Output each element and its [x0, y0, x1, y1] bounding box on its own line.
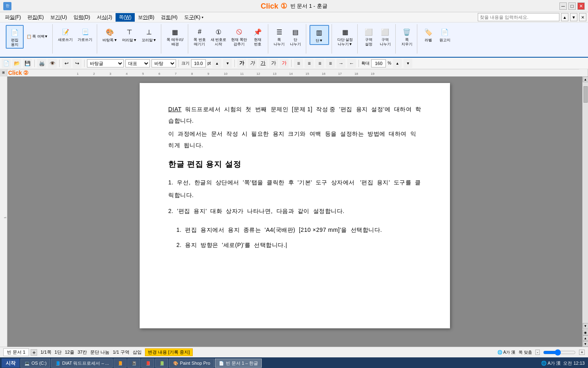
taskbar-item-hangeul[interactable]: 📄 빈 문서 1 – 한글: [215, 359, 262, 368]
col-break-button[interactable]: ▤ 단나누기: [288, 25, 303, 48]
ribbon-group-divide: ☰ 쪽나누기 ▤ 단나누기: [269, 24, 306, 54]
edit-paper-icon: 📄: [9, 27, 20, 38]
taskbar-item-paintshop[interactable]: 🎨 Paint Shop Pro: [169, 359, 214, 368]
taskbar-item-office1[interactable]: 📙: [114, 359, 127, 368]
taskbar-item-office3[interactable]: 📕: [141, 359, 154, 368]
menu-tools[interactable]: 도구(K): [181, 13, 207, 22]
font-style-select[interactable]: 대표: [125, 59, 150, 67]
search-close-button[interactable]: ✕: [579, 13, 586, 21]
multidan-button[interactable]: ▦ 다단 설정나누기▼: [335, 25, 355, 48]
new-pagenum-button[interactable]: ① 새 번호로시작: [209, 25, 229, 48]
redo-button[interactable]: ↪: [73, 59, 82, 68]
search-down-button[interactable]: ▼: [570, 13, 577, 21]
footer-icon: ⊥: [143, 26, 155, 38]
pagenum-button[interactable]: # 쪽 번호매기기: [192, 25, 208, 48]
italic-button[interactable]: 가: [248, 59, 257, 68]
underline-button[interactable]: 가: [258, 59, 267, 68]
status-tab-doc1[interactable]: 빈 문서 1: [3, 348, 29, 356]
ribbon-group-multidan: ▦ 다단 설정나누기▼: [333, 24, 358, 54]
undo-button[interactable]: ↩: [62, 59, 71, 68]
status-right: 🌐 A가 漢 쪽 맞춤 - +: [497, 350, 585, 355]
scroll-extra-1[interactable]: ◉: [583, 330, 588, 335]
background-button[interactable]: 🎨 바탕쪽▼: [100, 25, 119, 44]
menu-format[interactable]: 서식(J): [94, 13, 116, 22]
menu-page[interactable]: 쪽(W): [116, 13, 135, 22]
add-tab-button[interactable]: +: [31, 349, 37, 356]
scroll-thumb[interactable]: [584, 86, 588, 103]
menu-review[interactable]: 검토(H): [158, 13, 181, 22]
current-pagenum-button[interactable]: 📌 현재번호: [250, 25, 265, 48]
align-left-button[interactable]: ≡: [294, 59, 303, 68]
font-size-down-button[interactable]: ▼: [223, 59, 232, 68]
footer-button[interactable]: ⊥ 꼬리말▼: [140, 25, 158, 44]
newwrite-button[interactable]: 📝 새로쓰기: [56, 25, 75, 43]
document-area[interactable]: DIAT 워드프로세서 시험의 첫 번째 문제인 [문제 1] 작성 중 '편집…: [7, 76, 582, 347]
zoom-input[interactable]: [371, 59, 386, 67]
ribbon-content: 📄 편집용지 📋 쪽 여백▼ 📝 새로쓰기: [0, 22, 588, 57]
scrollbar-right[interactable]: ▲ ▼ ◉ ▲ ▼: [582, 76, 588, 347]
zoom-slider[interactable]: [543, 350, 576, 355]
zone-set-button[interactable]: ⬜ 구역설정: [361, 25, 376, 48]
color-button[interactable]: 가: [280, 59, 289, 68]
maximize-button[interactable]: □: [568, 2, 576, 10]
align-center-button[interactable]: ≡: [305, 59, 314, 68]
close-button[interactable]: ✕: [577, 2, 585, 10]
taskbar-item-office2[interactable]: 📓: [127, 359, 140, 368]
outline-button[interactable]: 가: [269, 59, 278, 68]
save-button[interactable]: 💾: [23, 59, 32, 68]
zoom-out-status[interactable]: -: [535, 350, 540, 355]
ribbon: 📄 편집용지 📋 쪽 여백▼ 📝 새로쓰기: [0, 22, 588, 58]
start-button[interactable]: 시작: [2, 359, 20, 368]
paragraph-2: 이 과정에서는 문서 작성 시 필요한 용지 크기와 여백 등을 설정하는 방법…: [168, 128, 421, 151]
zoom-in-status[interactable]: +: [579, 350, 585, 355]
scroll-extra-2[interactable]: ▲: [583, 335, 588, 341]
label-button[interactable]: 🏷️ 라벨: [421, 25, 436, 44]
dan-button[interactable]: ▥ 단▼: [310, 25, 329, 45]
preview-button[interactable]: 👁️: [48, 59, 57, 68]
print-button[interactable]: 🖨️: [37, 59, 46, 68]
zoom-up-button[interactable]: ▲: [393, 59, 402, 68]
font-base-select[interactable]: 바탕: [151, 59, 176, 67]
taskbar-item-office4[interactable]: 📗: [155, 359, 168, 368]
click-annotation-2: Click ②: [8, 70, 29, 76]
page-margin-button[interactable]: 📋 쪽 여백▼: [24, 33, 50, 40]
menu-view[interactable]: 보기(U): [47, 13, 70, 22]
font-size-input[interactable]: [191, 59, 206, 67]
bold-button[interactable]: 가: [237, 59, 246, 68]
zone-div-button[interactable]: ⬜ 구역나누기: [377, 25, 393, 48]
font-name-select[interactable]: 바탕글: [87, 59, 124, 67]
hwrite-button[interactable]: 📃 가로쓰기: [76, 25, 94, 43]
page-break-button[interactable]: ☰ 쪽나누기: [272, 25, 287, 48]
open-button[interactable]: 📂: [12, 59, 21, 68]
align-justify-button[interactable]: ≡: [326, 59, 335, 68]
menu-file[interactable]: 파일(F): [2, 13, 24, 22]
zoom-down-button[interactable]: ▼: [403, 59, 412, 68]
align-right-button[interactable]: ≡: [315, 59, 324, 68]
scroll-down-button[interactable]: ▼: [583, 323, 588, 329]
edit-paper-button[interactable]: 📄 편집용지: [6, 25, 24, 49]
taskbar-item-os[interactable]: 💻 OS (C:): [20, 359, 50, 368]
col-break-icon: ▤: [290, 26, 301, 38]
outdent-button[interactable]: ←: [347, 59, 356, 68]
toolbar-separator-7: [359, 60, 359, 67]
font-size-up-button[interactable]: ▲: [212, 59, 221, 68]
scroll-extra-3[interactable]: ▼: [583, 341, 588, 347]
header-button[interactable]: ⊤ 머리말▼: [120, 25, 139, 44]
new-doc-button[interactable]: 📄: [2, 59, 11, 68]
search-up-button[interactable]: ▲: [561, 13, 568, 21]
scroll-up-button[interactable]: ▲: [583, 76, 588, 82]
track-changes-badge[interactable]: 변경 내용 [기록 중지]: [145, 348, 193, 356]
taskbar-time: 오전 12:13: [563, 360, 585, 366]
taskbar-item-diat[interactable]: 📘 DIAT 워드프로세서 – ...: [51, 359, 113, 368]
hide-pagenum-button[interactable]: 🚫 현재 쪽만감추기: [229, 25, 249, 48]
page-delete-button[interactable]: 🗑️ 쪽지우기: [399, 25, 414, 48]
document-page: DIAT 워드프로세서 시험의 첫 번째 문제인 [문제 1] 작성 중 '편집…: [140, 83, 450, 328]
search-input[interactable]: [478, 13, 559, 21]
minimize-button[interactable]: ─: [559, 2, 567, 10]
indent-button[interactable]: →: [336, 59, 345, 68]
border-bg-button[interactable]: ▦ 쪽 테두리/배경: [165, 25, 185, 48]
menu-security[interactable]: 보안(B): [135, 13, 158, 22]
manuscript-button[interactable]: 📄 원고지: [437, 25, 452, 44]
menu-input[interactable]: 입력(D): [70, 13, 94, 22]
menu-edit[interactable]: 편집(E): [24, 13, 47, 22]
